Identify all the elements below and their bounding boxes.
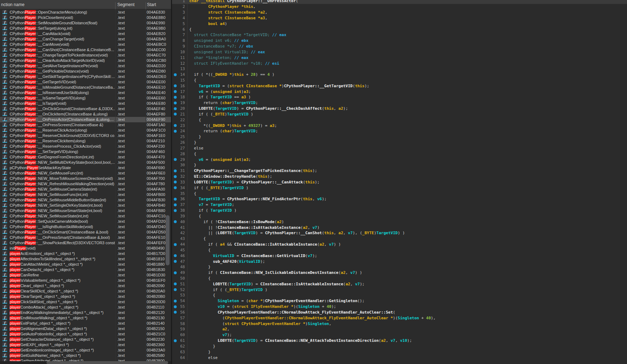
- breakpoint-gutter[interactable]: [172, 321, 178, 326]
- code-line[interactable]: 32 UI::CWindow::DestroyHandle(this);: [172, 174, 627, 179]
- breakpoint-gutter[interactable]: [172, 94, 178, 100]
- breakpoint-gutter[interactable]: [172, 0, 178, 4]
- code-line[interactable]: 33 LOBYTE(TargetVID) = CPythonPlayer::__…: [172, 179, 627, 185]
- code-line[interactable]: 51 LOBYTE(TargetVID) = CInstanceBase::Is…: [172, 281, 627, 287]
- code-line[interactable]: 54 Singleton = (char *)CPythonPlayerEven…: [172, 298, 627, 304]
- breakpoint-gutter[interactable]: [172, 253, 178, 259]
- breakpoint-dot[interactable]: [174, 73, 177, 76]
- code-line[interactable]: 11 char *Singleton; // eax: [172, 55, 627, 60]
- code-line[interactable]: 21 if ( (_BYTE)TargetVID ): [172, 112, 627, 117]
- code-line[interactable]: 31 CPythonPlayer::__ChangeTargetToPicked…: [172, 168, 627, 174]
- breakpoint-dot[interactable]: [174, 113, 177, 115]
- code-line[interactable]: 17 v6 = (unsigned int)a3;: [172, 89, 627, 94]
- breakpoint-gutter[interactable]: [172, 304, 178, 310]
- code-line[interactable]: 25 }: [172, 134, 627, 140]
- code-line[interactable]: 18 if ( TargetVID == a3 ): [172, 94, 627, 100]
- breakpoint-gutter[interactable]: [172, 128, 178, 134]
- functions-vertical-scrollbar-thumb[interactable]: [166, 215, 170, 265]
- code-line[interactable]: 8 unsigned int v6; // ebx: [172, 38, 627, 44]
- breakpoint-dot[interactable]: [174, 186, 177, 189]
- breakpoint-dot[interactable]: [174, 124, 177, 127]
- breakpoint-dot[interactable]: [174, 288, 177, 291]
- code-line[interactable]: 45 {: [172, 247, 627, 253]
- column-header-function-name[interactable]: nction name: [1, 2, 24, 7]
- breakpoint-gutter[interactable]: [172, 208, 178, 213]
- breakpoint-gutter[interactable]: [172, 213, 178, 219]
- breakpoint-gutter[interactable]: [172, 276, 178, 281]
- breakpoint-gutter[interactable]: [172, 26, 178, 32]
- breakpoint-dot[interactable]: [174, 282, 177, 285]
- code-line[interactable]: 41 || !CInstanceBase::IsAttackableInstan…: [172, 225, 627, 230]
- breakpoint-dot[interactable]: [174, 158, 177, 161]
- breakpoint-gutter[interactable]: [172, 247, 178, 253]
- code-line[interactable]: 52 if ( (_BYTE)TargetVID ): [172, 287, 627, 292]
- code-line[interactable]: 22 {: [172, 117, 627, 123]
- breakpoint-gutter[interactable]: [172, 140, 178, 146]
- code-line[interactable]: 64 else: [172, 355, 627, 360]
- code-line[interactable]: 38 if ( TargetVID ): [172, 208, 627, 213]
- breakpoint-gutter[interactable]: [172, 106, 178, 112]
- breakpoint-gutter[interactable]: [172, 219, 178, 225]
- breakpoint-gutter[interactable]: [172, 146, 178, 151]
- breakpoint-gutter[interactable]: [172, 230, 178, 236]
- code-line[interactable]: 28 {: [172, 151, 627, 157]
- breakpoint-gutter[interactable]: [172, 287, 178, 292]
- breakpoint-dot[interactable]: [174, 198, 177, 201]
- breakpoint-gutter[interactable]: [172, 174, 178, 179]
- breakpoint-dot[interactable]: [174, 339, 177, 342]
- code-line[interactable]: 60 v7);: [172, 332, 627, 338]
- code-line[interactable]: 44 if ( a4 && CInstanceBase::IsAttackabl…: [172, 242, 627, 247]
- breakpoint-gutter[interactable]: [172, 162, 178, 168]
- breakpoint-dot[interactable]: [174, 209, 177, 212]
- breakpoint-gutter[interactable]: [172, 196, 178, 202]
- code-line[interactable]: 40 if ( !CInstanceBase::IsBowMode(a2): [172, 219, 627, 225]
- breakpoint-gutter[interactable]: [172, 315, 178, 321]
- code-line[interactable]: 50 {: [172, 276, 627, 281]
- breakpoint-gutter[interactable]: [172, 66, 178, 72]
- breakpoint-gutter[interactable]: [172, 117, 178, 123]
- column-header-segment[interactable]: Segment: [117, 2, 134, 7]
- code-line[interactable]: 43 {: [172, 236, 627, 242]
- breakpoint-gutter[interactable]: [172, 32, 178, 38]
- code-line[interactable]: 9 CInstanceBase *v7; // ebx: [172, 44, 627, 49]
- code-line[interactable]: 27 else: [172, 146, 627, 151]
- code-line[interactable]: 55 v10 = (struct IFlyEventHandler *)(Sin…: [172, 304, 627, 310]
- code-line[interactable]: 57 (CPythonPlayerEventHandler::CNormalBo…: [172, 315, 627, 321]
- breakpoint-gutter[interactable]: [172, 123, 178, 128]
- breakpoint-gutter[interactable]: [172, 338, 178, 344]
- breakpoint-gutter[interactable]: [172, 202, 178, 208]
- breakpoint-gutter[interactable]: [172, 259, 178, 264]
- code-line[interactable]: 14 if ( *((_DWORD *)this + 28) == 4 ): [172, 72, 627, 78]
- code-line[interactable]: 42 || (LOBYTE(TargetVID) = CPythonPlayer…: [172, 230, 627, 236]
- code-line[interactable]: 37 v7 = TargetVID;: [172, 202, 627, 208]
- breakpoint-gutter[interactable]: [172, 185, 178, 191]
- breakpoint-gutter[interactable]: [172, 44, 178, 49]
- code-line[interactable]: 35 {: [172, 191, 627, 196]
- breakpoint-gutter[interactable]: [172, 100, 178, 106]
- breakpoint-gutter[interactable]: [172, 72, 178, 78]
- breakpoint-gutter[interactable]: [172, 191, 178, 196]
- breakpoint-gutter[interactable]: [172, 151, 178, 157]
- code-line[interactable]: 20 LOBYTE(TargetVID) = CPythonPlayer::__…: [172, 106, 627, 112]
- functions-horizontal-scrollbar[interactable]: [0, 361, 171, 364]
- code-line[interactable]: 24 return (char)TargetVID;: [172, 128, 627, 134]
- code-line[interactable]: 3 struct CInstanceBase *a2,: [172, 10, 627, 15]
- breakpoint-gutter[interactable]: [172, 60, 178, 66]
- breakpoint-gutter[interactable]: [172, 78, 178, 83]
- breakpoint-gutter[interactable]: [172, 344, 178, 349]
- breakpoint-gutter[interactable]: [172, 242, 178, 247]
- breakpoint-dot[interactable]: [174, 220, 177, 223]
- code-line[interactable]: 56 CPythonPlayerEventHandler::CNormalBow…: [172, 310, 627, 315]
- code-line[interactable]: 47 sub_4AF420(VirtualID);: [172, 259, 627, 264]
- code-line[interactable]: 15 {: [172, 78, 627, 83]
- breakpoint-dot[interactable]: [174, 107, 177, 110]
- code-line[interactable]: 5 bool a4): [172, 21, 627, 26]
- code-line[interactable]: 59 a2,: [172, 326, 627, 332]
- breakpoint-gutter[interactable]: [172, 89, 178, 94]
- breakpoint-gutter[interactable]: [172, 298, 178, 304]
- breakpoint-gutter[interactable]: [172, 168, 178, 174]
- code-line[interactable]: 6{: [172, 26, 627, 32]
- code-line[interactable]: 13: [172, 66, 627, 72]
- breakpoint-gutter[interactable]: [172, 281, 178, 287]
- code-line[interactable]: 36 TargetVID = CPythonPlayer::NEW_FindAc…: [172, 196, 627, 202]
